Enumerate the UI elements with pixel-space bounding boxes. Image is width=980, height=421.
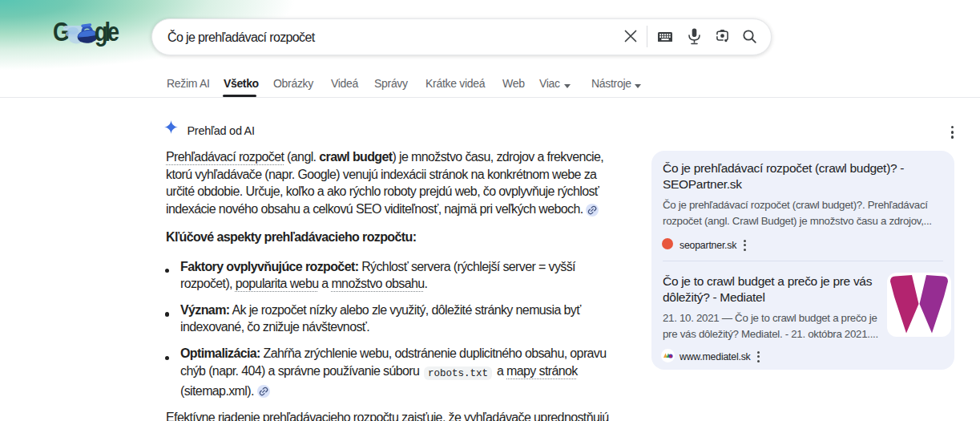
svg-text:gle: gle xyxy=(95,17,119,46)
svg-text:G: G xyxy=(53,17,70,46)
